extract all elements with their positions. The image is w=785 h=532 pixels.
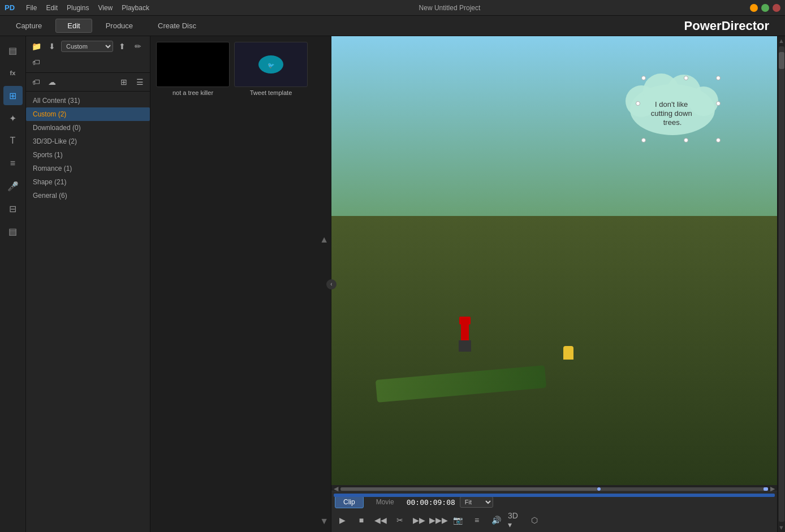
fit-dropdown[interactable]: Fit 25% 50% 75% 100% bbox=[460, 496, 493, 508]
chapter-room-icon[interactable]: ⊟ bbox=[3, 199, 23, 218]
menu-file[interactable]: File bbox=[26, 4, 37, 12]
media-room-icon[interactable]: ▤ bbox=[3, 41, 23, 60]
handle-tr[interactable] bbox=[716, 76, 721, 80]
cat-all-content[interactable]: All Content (31) bbox=[26, 94, 150, 107]
handle-bl[interactable] bbox=[641, 138, 646, 142]
cat-shape[interactable]: Shape (21) bbox=[26, 175, 150, 189]
stop-button[interactable]: ■ bbox=[354, 513, 369, 527]
cat-downloaded[interactable]: Downloaded (0) bbox=[26, 121, 150, 135]
scroll-right-icon[interactable]: ▶ bbox=[770, 485, 775, 492]
tab-capture[interactable]: Capture bbox=[5, 19, 53, 32]
snapshot-button[interactable]: 📷 bbox=[450, 513, 465, 527]
audio-button[interactable]: 🔊 bbox=[489, 513, 503, 527]
next-frame-button[interactable]: ▶▶ bbox=[412, 513, 426, 527]
cat-romance[interactable]: Romance (1) bbox=[26, 162, 150, 175]
menu-bar: File Edit Plugins View Playback bbox=[26, 4, 149, 12]
subtitle-room-icon[interactable]: ≡ bbox=[3, 154, 23, 173]
menu-plugins[interactable]: Plugins bbox=[67, 4, 89, 12]
top-bar: PD File Edit Plugins View Playback New U… bbox=[0, 0, 785, 16]
cat-custom[interactable]: Custom (2) bbox=[26, 107, 150, 121]
maximize-button[interactable] bbox=[761, 4, 769, 12]
tab-edit[interactable]: Edit bbox=[55, 19, 92, 33]
left-panel: 📁 ⬇ Custom All Content Downloaded Sports… bbox=[26, 36, 150, 532]
subtitle-button[interactable]: ≡ bbox=[469, 513, 484, 527]
scroll-down-icon[interactable]: ▼ bbox=[320, 516, 329, 526]
external-button[interactable]: ⬡ bbox=[527, 513, 542, 527]
panel-toolbar: 📁 ⬇ Custom All Content Downloaded Sports… bbox=[26, 36, 150, 73]
window-controls bbox=[750, 4, 780, 12]
menu-playback[interactable]: Playback bbox=[122, 4, 149, 12]
prev-frame-button[interactable]: ◀◀ bbox=[373, 513, 388, 527]
scroll-down-button[interactable]: ▼ bbox=[778, 524, 784, 531]
speech-bubble: I don't like cutting down trees. bbox=[619, 70, 726, 145]
movie-tab[interactable]: Movie bbox=[368, 496, 402, 508]
cat-general[interactable]: General (6) bbox=[26, 189, 150, 202]
fast-forward-button[interactable]: ▶▶▶ bbox=[431, 513, 446, 527]
fx-room-icon[interactable]: fx bbox=[3, 63, 23, 83]
menu-view[interactable]: View bbox=[98, 4, 113, 12]
minimize-button[interactable] bbox=[750, 4, 758, 12]
template-label-1: not a tree killer bbox=[156, 89, 230, 96]
collapse-panel-button[interactable]: ‹ bbox=[326, 279, 337, 289]
particle-room-icon[interactable]: ✦ bbox=[3, 109, 23, 128]
subtitle2-room-icon[interactable]: ▤ bbox=[3, 222, 23, 241]
view-toolbar: 🏷 ☁ ⊞ ☰ bbox=[26, 73, 150, 92]
app-logo: PD bbox=[5, 3, 15, 12]
play-button[interactable]: ▶ bbox=[335, 513, 350, 527]
clip-tab[interactable]: Clip bbox=[335, 496, 364, 508]
template-label-2: Tweet template bbox=[234, 89, 308, 96]
controls-row: ▶ ■ ◀◀ ✂ ▶▶ ▶▶▶ 📷 ≡ 🔊 3D ▾ ⬡ bbox=[335, 511, 774, 530]
main-area: ▤ fx ⊞ ✦ T ≡ 🎤 ⊟ ▤ 📁 ⬇ Custom All Conten… bbox=[0, 36, 785, 532]
sidebar-icons: ▤ fx ⊞ ✦ T ≡ 🎤 ⊟ ▤ bbox=[0, 36, 26, 532]
preview-video: I don't like cutting down trees. bbox=[331, 36, 777, 485]
window-title: New Untitled Project bbox=[161, 4, 739, 12]
handle-tl[interactable] bbox=[641, 76, 646, 80]
scroll-left-icon[interactable]: ◀ bbox=[334, 485, 338, 492]
category-dropdown[interactable]: Custom All Content Downloaded Sports Rom… bbox=[61, 41, 113, 52]
list-view-icon[interactable]: ☰ bbox=[133, 75, 146, 89]
scroll-up-icon[interactable]: ▲ bbox=[320, 235, 329, 245]
preview-progress-bar[interactable] bbox=[334, 494, 775, 497]
cat-3d3dlike[interactable]: 3D/3D-Like (2) bbox=[26, 135, 150, 148]
scroll-end bbox=[764, 487, 768, 491]
scroll-up-button[interactable]: ▲ bbox=[778, 37, 784, 44]
export-icon[interactable]: ⬆ bbox=[115, 40, 129, 53]
template-thumb-1 bbox=[156, 42, 230, 87]
preview-panel: I don't like cutting down trees. bbox=[331, 36, 777, 532]
text-room-icon[interactable]: T bbox=[3, 131, 23, 150]
tab-create-disc[interactable]: Create Disc bbox=[146, 19, 208, 32]
download-icon[interactable]: ⬇ bbox=[45, 40, 59, 53]
close-button[interactable] bbox=[773, 4, 780, 12]
tag-icon[interactable]: 🏷 bbox=[29, 55, 43, 69]
content-panel: not a tree killer 🐦 Tweet template ‹ ▲ ▼ bbox=[150, 36, 331, 532]
scroll-handle[interactable] bbox=[779, 52, 784, 69]
grid-view-icon[interactable]: ⊞ bbox=[117, 75, 131, 89]
scroll-thumb[interactable] bbox=[340, 487, 597, 491]
scroll-pos bbox=[597, 487, 601, 491]
template-item-1[interactable]: not a tree killer bbox=[156, 42, 230, 526]
category-list: All Content (31) Custom (2) Downloaded (… bbox=[26, 92, 150, 532]
cloud-icon[interactable]: ☁ bbox=[45, 75, 59, 89]
menu-edit[interactable]: Edit bbox=[46, 4, 58, 12]
handle-tc[interactable] bbox=[684, 76, 688, 80]
timecode-display: 00:00:09:08 bbox=[407, 498, 455, 507]
scene-background: I don't like cutting down trees. bbox=[331, 36, 777, 485]
template-item-2[interactable]: 🐦 Tweet template bbox=[234, 42, 308, 526]
scroll-track[interactable] bbox=[340, 487, 768, 491]
template-thumb-2: 🐦 bbox=[234, 42, 308, 87]
pip-room-icon[interactable]: ⊞ bbox=[3, 86, 23, 105]
import-icon[interactable]: 📁 bbox=[29, 40, 43, 53]
scroll-rail[interactable] bbox=[779, 46, 784, 522]
preview-scrollbar[interactable]: ◀ ▶ bbox=[331, 485, 777, 491]
handle-bc[interactable] bbox=[684, 138, 688, 142]
tab-produce[interactable]: Produce bbox=[94, 19, 144, 32]
3d-button[interactable]: 3D ▾ bbox=[508, 513, 523, 527]
cat-sports[interactable]: Sports (1) bbox=[26, 148, 150, 162]
audio-room-icon[interactable]: 🎤 bbox=[3, 176, 23, 196]
handle-br[interactable] bbox=[716, 138, 721, 142]
trim-button[interactable]: ✂ bbox=[392, 513, 407, 527]
edit-icon[interactable]: ✏ bbox=[131, 40, 145, 53]
handle-ml[interactable] bbox=[636, 101, 640, 106]
handle-mr[interactable] bbox=[716, 101, 721, 106]
tag2-icon[interactable]: 🏷 bbox=[29, 75, 43, 89]
